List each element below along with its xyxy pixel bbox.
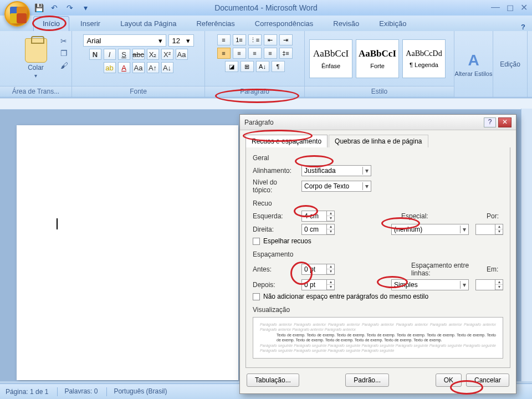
group-clipboard-label: Área de Trans... [0,86,71,97]
window-title: Documento4 - Microsoft Word [214,3,318,12]
restore-button[interactable]: ◻ [507,2,514,13]
tab-referencias[interactable]: Referências [187,17,243,31]
indent-dec-button[interactable]: ⇤ [264,34,277,45]
dialog-close-button[interactable]: ✕ [498,117,511,127]
highlight-button[interactable]: ab [104,62,116,73]
bullets-button[interactable]: ≡ [217,34,231,45]
group-font-label: Fonte [72,86,204,97]
line-at-spinner[interactable]: ▴▾ [475,279,503,290]
line-spacing-button[interactable]: ‡≡ [279,48,293,59]
borders-button[interactable]: ⊞ [241,61,254,72]
status-language[interactable]: Português (Brasil) [106,387,167,396]
status-page[interactable]: Página: 1 de 1 [6,388,48,396]
align-left-button[interactable]: ≡ [217,48,231,59]
dialog-tab-indent[interactable]: Recuos e espaçamento [245,135,328,147]
format-painter-icon[interactable]: 🖌 [60,61,68,70]
save-icon[interactable]: 💾 [33,2,44,13]
redo-icon[interactable]: ↷ [64,2,75,13]
document-page[interactable] [17,125,238,380]
paste-icon[interactable] [25,38,47,63]
cut-icon[interactable]: ✂ [60,37,68,45]
shrink-font-button[interactable]: A↓ [161,62,173,73]
ribbon: Colar ▾ ✂ ❐ 🖌 Área de Trans... Arial▾ 12… [0,31,532,98]
editing-group[interactable]: Edição [493,31,528,97]
align-justify-button[interactable]: ≡ [264,48,277,59]
dialog-tab-breaks[interactable]: Quebras de linha e de página [329,135,428,147]
clear-format-button[interactable]: Aa [176,49,188,60]
indent-inc-button[interactable]: ⇥ [279,34,293,45]
help-icon[interactable]: ? [521,23,525,31]
outline-level-select[interactable]: Corpo de Texto▾ [301,181,371,192]
bold-button[interactable]: N [89,49,101,60]
text-cursor [57,218,58,229]
tab-correspondencias[interactable]: Correspondências [246,17,323,31]
indent-right-spinner[interactable]: 0 cm▴▾ [301,224,335,235]
superscript-button[interactable]: X² [161,49,173,60]
grow-font-button[interactable]: A↑ [147,62,159,73]
strike-button[interactable]: abc [132,49,145,60]
tab-layout[interactable]: Layout da Página [111,17,185,31]
font-size-combo[interactable]: 12▾ [168,34,194,47]
undo-icon[interactable]: ↶ [49,2,60,13]
section-general: Geral [253,154,503,162]
alignment-select[interactable]: Justificada▾ [301,165,371,176]
indent-left-spinner[interactable]: 4 cm▴▾ [301,211,335,222]
align-right-button[interactable]: ≡ [248,48,262,59]
align-center-button[interactable]: ≡ [233,48,246,59]
section-spacing: Espaçamento [253,250,503,258]
style-legenda[interactable]: AaBbCcDd ¶ Legenda [402,39,446,78]
shading-button[interactable]: ◪ [225,61,238,72]
change-case-button[interactable]: Aa [132,62,145,73]
style-forte[interactable]: AaBbCcI Forte [356,39,399,78]
default-button[interactable]: Padrão... [345,374,389,387]
group-paragraph-label: Parágrafo [205,86,304,97]
dialog-title: Parágrafo [244,119,484,126]
special-indent-select[interactable]: (nenhum)▾ [391,224,469,235]
tab-exibicao[interactable]: Exibição [370,17,415,31]
qat-dropdown-icon[interactable]: ▾ [80,2,91,13]
subscript-button[interactable]: X₂ [147,49,159,60]
numbering-button[interactable]: 1≡ [233,34,246,45]
quick-access-toolbar: 💾 ↶ ↷ ▾ [33,2,91,13]
section-indent: Recuo [253,200,503,207]
indent-by-spinner[interactable]: ▴▾ [475,224,503,235]
change-styles-button[interactable]: A Alterar Estilos [454,31,493,97]
horizontal-ruler[interactable] [0,99,532,110]
vertical-scrollbar[interactable] [521,109,532,381]
underline-button[interactable]: S [118,49,130,60]
show-marks-button[interactable]: ¶ [272,61,285,72]
font-color-button[interactable]: A [118,62,130,73]
multilevel-button[interactable]: ⋮≡ [248,34,262,45]
group-styles-label: Estilo [305,86,454,97]
minimize-button[interactable]: — [491,2,500,13]
paragraph-dialog: Parágrafo ? ✕ Recuos e espaçamento Quebr… [239,114,516,394]
status-words[interactable]: Palavras: 0 [57,387,98,396]
ribbon-tabs: Início Inserir Layout da Página Referênc… [0,16,532,31]
font-name-combo[interactable]: Arial▾ [83,34,166,47]
tabs-button[interactable]: Tabulação... [247,374,299,387]
tab-revisao[interactable]: Revisão [324,17,368,31]
copy-icon[interactable]: ❐ [60,49,68,58]
space-before-spinner[interactable]: 0 pt▴▾ [301,264,335,275]
no-space-same-style-checkbox[interactable] [253,293,260,300]
preview-pane: Parágrafo anterior Parágrafo anterior Pa… [253,317,503,359]
ok-button[interactable]: OK [436,374,462,387]
mirror-indents-checkbox[interactable] [253,238,260,245]
italic-button[interactable]: I [104,49,116,60]
line-spacing-select[interactable]: Simples▾ [391,279,469,290]
dialog-help-button[interactable]: ? [484,117,496,127]
style-enfase[interactable]: AaBbCcI Ênfase [309,39,352,78]
section-preview: Visualização [253,306,503,314]
office-orb[interactable] [4,1,30,27]
tab-inicio[interactable]: Início [33,16,69,31]
sort-button[interactable]: A↓ [256,61,269,72]
close-button[interactable]: ✕ [520,2,528,13]
space-after-spinner[interactable]: 0 pt▴▾ [301,279,335,290]
tab-inserir[interactable]: Inserir [71,17,109,31]
cancel-button[interactable]: Cancelar [466,374,509,387]
paste-label: Colar [28,64,44,71]
titlebar: 💾 ↶ ↷ ▾ Documento4 - Microsoft Word — ◻ … [0,0,532,16]
